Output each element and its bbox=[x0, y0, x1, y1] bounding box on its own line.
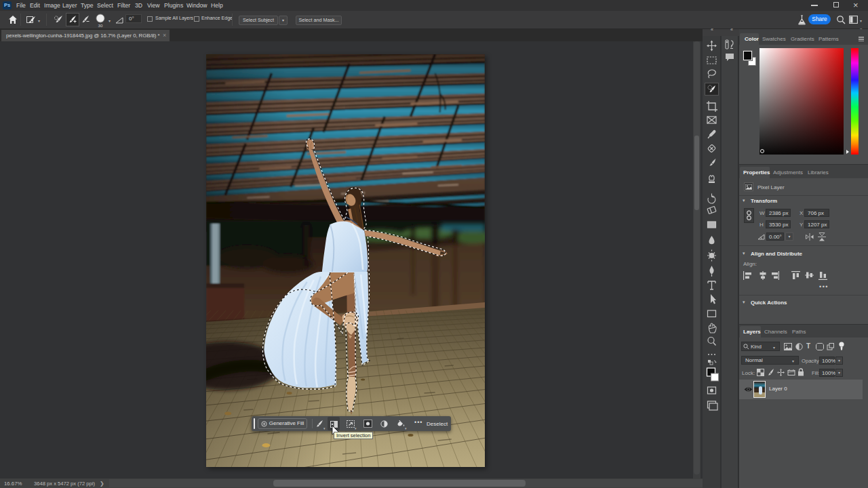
svg-text:30: 30 bbox=[98, 23, 103, 28]
